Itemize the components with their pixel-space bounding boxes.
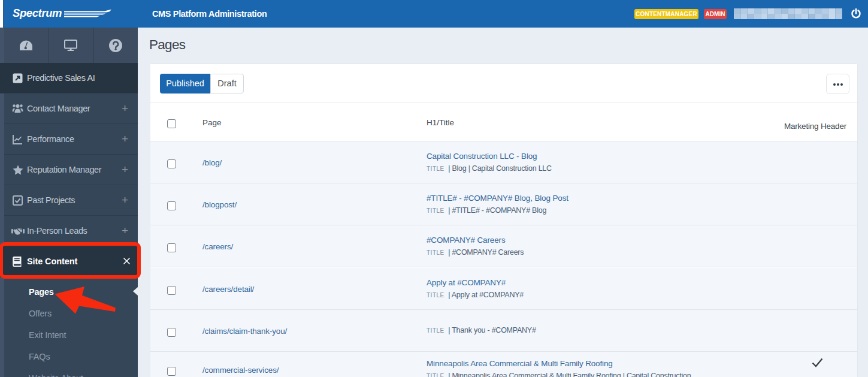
svg-text:Spectrum: Spectrum [13, 7, 62, 19]
